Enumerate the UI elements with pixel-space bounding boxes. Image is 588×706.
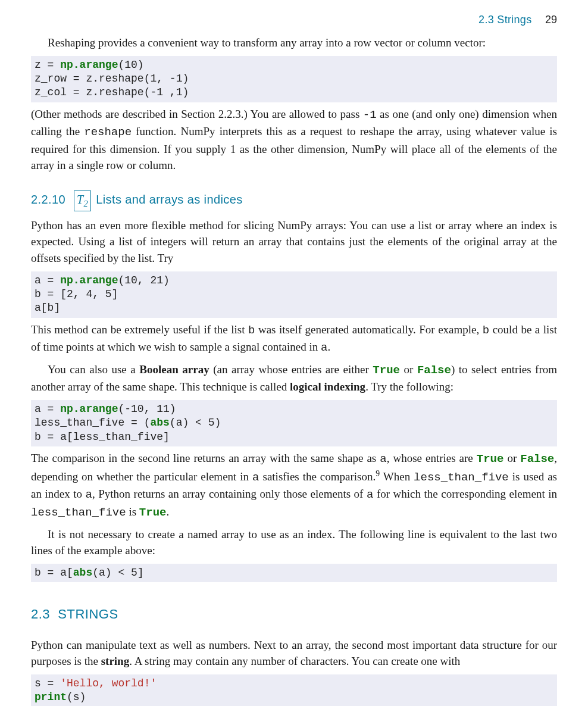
paragraph-list-index-explain: This method can be extremely useful if t… (31, 321, 557, 357)
code-boolean-index: a = np.arange(-10, 11) less_than_five = … (31, 400, 557, 446)
header-page-number: 29 (545, 14, 557, 26)
section-2-3-heading: 2.3 STRINGS (31, 605, 557, 624)
page-header: 2.3 Strings 29 (31, 12, 557, 27)
section-2-2-10-heading: 2.2.10T2Lists and arrays as indices (31, 190, 557, 211)
paragraph-boolean-intro: You can also use a Boolean array (an arr… (31, 361, 557, 395)
section-title: STRINGS (58, 607, 118, 621)
code-strings: s = 'Hello, world!' print(s) type(s) (31, 674, 557, 706)
code-reshape: z = np.arange(10) z_row = z.reshape(1, -… (31, 56, 557, 102)
code-list-index: a = np.arange(10, 21) b = [2, 4, 5] a[b] (31, 271, 557, 318)
paragraph-reshape-explain: (Other methods are described in Section … (31, 106, 557, 174)
paragraph-inline-index: It is not necessary to create a named ar… (31, 526, 557, 559)
paragraph-boolean-explain: The comparison in the second line return… (31, 450, 557, 521)
paragraph-list-index-intro: Python has an even more flexible method … (31, 217, 557, 267)
header-section-label: 2.3 Strings (478, 14, 531, 26)
section-title: Lists and arrays as indices (96, 193, 242, 206)
code-inline-index: b = a[abs(a) < 5] (31, 564, 557, 582)
paragraph-reshape-intro: Reshaping provides a convenient way to t… (31, 35, 557, 51)
difficulty-box-icon: T2 (74, 190, 91, 211)
section-number: 2.2.10 (31, 193, 65, 206)
section-number: 2.3 (31, 607, 50, 621)
paragraph-strings-intro: Python can manipulate text as well as nu… (31, 637, 557, 670)
